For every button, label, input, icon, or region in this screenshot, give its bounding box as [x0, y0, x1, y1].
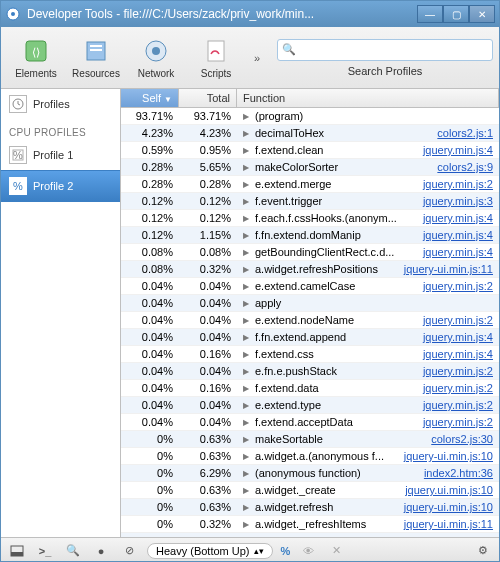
sidebar-profiles[interactable]: Profiles	[1, 89, 120, 119]
source-link[interactable]: jquery.min.js:2	[423, 382, 493, 394]
tab-network[interactable]: Network	[127, 31, 185, 85]
expand-triangle-icon[interactable]: ▶	[243, 146, 251, 155]
col-self[interactable]: Self▼	[121, 89, 179, 107]
expand-triangle-icon[interactable]: ▶	[243, 401, 251, 410]
table-row[interactable]: 0.59%0.95%▶f.extend.cleanjquery.min.js:4	[121, 142, 499, 159]
table-row[interactable]: 0.04%0.04%▶e.extend.nodeNamejquery.min.j…	[121, 312, 499, 329]
table-row[interactable]: 0.04%0.16%▶f.extend.cssjquery.min.js:4	[121, 346, 499, 363]
expand-triangle-icon[interactable]: ▶	[243, 418, 251, 427]
table-row[interactable]: 0%0.63%▶makeSortablecolors2.js:30	[121, 431, 499, 448]
expand-triangle-icon[interactable]: ▶	[243, 282, 251, 291]
close-button[interactable]: ✕	[469, 5, 495, 23]
expand-triangle-icon[interactable]: ▶	[243, 316, 251, 325]
source-link[interactable]: jquery.min.js:4	[423, 246, 493, 258]
table-row[interactable]: 93.71%93.71%▶(program)	[121, 108, 499, 125]
source-link[interactable]: jquery.min.js:2	[423, 535, 493, 537]
expand-triangle-icon[interactable]: ▶	[243, 435, 251, 444]
table-row[interactable]: 0.04%0.04%▶e.fn.e.pushStackjquery.min.js…	[121, 363, 499, 380]
expand-triangle-icon[interactable]: ▶	[243, 350, 251, 359]
table-row[interactable]: 0.04%0.04%▶e.extend.camelCasejquery.min.…	[121, 278, 499, 295]
table-row[interactable]: 0.12%0.12%▶f.each.f.cssHooks.(anonym...j…	[121, 210, 499, 227]
dock-button[interactable]	[7, 542, 27, 560]
source-link[interactable]: jquery-ui.min.js:11	[404, 518, 493, 530]
sidebar-item-profile2[interactable]: % Profile 2	[1, 170, 120, 202]
expand-triangle-icon[interactable]: ▶	[243, 367, 251, 376]
source-link[interactable]: colors2.js:30	[431, 433, 493, 445]
view-mode-select[interactable]: Heavy (Bottom Up) ▴▾	[147, 543, 273, 559]
source-link[interactable]: jquery.min.js:2	[423, 416, 493, 428]
search-box[interactable]: 🔍	[277, 39, 493, 61]
expand-triangle-icon[interactable]: ▶	[243, 333, 251, 342]
table-row[interactable]: 0.28%5.65%▶makeColorSortercolors2.js:9	[121, 159, 499, 176]
expand-triangle-icon[interactable]: ▶	[243, 197, 251, 206]
source-link[interactable]: jquery-ui.min.js:11	[404, 263, 493, 275]
expand-triangle-icon[interactable]: ▶	[243, 163, 251, 172]
table-row[interactable]: 0.12%1.15%▶f.fn.extend.domManipjquery.mi…	[121, 227, 499, 244]
source-link[interactable]: jquery.min.js:2	[423, 178, 493, 190]
table-row[interactable]: 0%0.63%▶a.widget.a.(anonymous f...jquery…	[121, 448, 499, 465]
expand-triangle-icon[interactable]: ▶	[243, 486, 251, 495]
expand-triangle-icon[interactable]: ▶	[243, 129, 251, 138]
table-row[interactable]: 0.08%0.08%▶getBoundingClientRect.c.d...j…	[121, 244, 499, 261]
table-row[interactable]: 0%0.32%▶a.widget._refreshItemsjquery-ui.…	[121, 516, 499, 533]
table-row[interactable]: 0.08%0.32%▶a.widget.refreshPositionsjque…	[121, 261, 499, 278]
source-link[interactable]: jquery-ui.min.js:10	[404, 450, 493, 462]
source-link[interactable]: jquery.min.js:2	[423, 365, 493, 377]
source-link[interactable]: jquery.min.js:2	[423, 399, 493, 411]
expand-triangle-icon[interactable]: ▶	[243, 537, 251, 538]
expand-triangle-icon[interactable]: ▶	[243, 384, 251, 393]
source-link[interactable]: jquery.min.js:4	[423, 348, 493, 360]
source-link[interactable]: jquery.min.js:4	[423, 144, 493, 156]
tab-resources[interactable]: Resources	[67, 31, 125, 85]
table-row[interactable]: 0%0.63%▶a.widget.refreshjquery-ui.min.js…	[121, 499, 499, 516]
table-row[interactable]: 0.04%0.16%▶f.extend.datajquery.min.js:2	[121, 380, 499, 397]
expand-triangle-icon[interactable]: ▶	[243, 503, 251, 512]
source-link[interactable]: index2.htm:36	[424, 467, 493, 479]
table-row[interactable]: 0%0.63%▶a.widget._createjquery.ui.min.js…	[121, 482, 499, 499]
table-row[interactable]: 0%6.29%▶(anonymous function)index2.htm:3…	[121, 465, 499, 482]
table-row[interactable]: 0.04%0.04%▶apply	[121, 295, 499, 312]
expand-triangle-icon[interactable]: ▶	[243, 469, 251, 478]
source-link[interactable]: jquery.min.js:3	[423, 195, 493, 207]
source-link[interactable]: jquery-ui.min.js:10	[404, 501, 493, 513]
maximize-button[interactable]: ▢	[443, 5, 469, 23]
expand-triangle-icon[interactable]: ▶	[243, 214, 251, 223]
close-x-button[interactable]: ✕	[326, 542, 346, 560]
table-row[interactable]: 0.04%0.04%▶f.fn.extend.appendjquery.min.…	[121, 329, 499, 346]
source-link[interactable]: jquery.min.js:2	[423, 314, 493, 326]
expand-triangle-icon[interactable]: ▶	[243, 231, 251, 240]
source-link[interactable]: jquery.min.js:4	[423, 229, 493, 241]
record-button[interactable]: ●	[91, 542, 111, 560]
table-row[interactable]: 0.04%0.04%▶e.extend.typejquery.min.js:2	[121, 397, 499, 414]
search-button[interactable]: 🔍	[63, 542, 83, 560]
col-total[interactable]: Total	[179, 89, 237, 107]
tab-elements[interactable]: ⟨⟩ Elements	[7, 31, 65, 85]
source-link[interactable]: colors2.js:9	[437, 161, 493, 173]
source-link[interactable]: jquery.min.js:4	[423, 331, 493, 343]
source-link[interactable]: colors2.js:1	[437, 127, 493, 139]
source-link[interactable]: jquery.min.js:4	[423, 212, 493, 224]
expand-triangle-icon[interactable]: ▶	[243, 180, 251, 189]
eye-button[interactable]: 👁	[298, 542, 318, 560]
clear-button[interactable]: ⊘	[119, 542, 139, 560]
expand-triangle-icon[interactable]: ▶	[243, 520, 251, 529]
gear-button[interactable]: ⚙	[473, 542, 493, 560]
sidebar-item-profile1[interactable]: % Profile 1	[1, 140, 120, 170]
col-function[interactable]: Function	[237, 89, 499, 107]
percent-toggle[interactable]: %	[281, 545, 291, 557]
expand-triangle-icon[interactable]: ▶	[243, 452, 251, 461]
expand-triangle-icon[interactable]: ▶	[243, 299, 251, 308]
table-row[interactable]: 0.12%0.12%▶f.event.triggerjquery.min.js:…	[121, 193, 499, 210]
minimize-button[interactable]: —	[417, 5, 443, 23]
table-row[interactable]: 0.04%0.04%▶f.extend.acceptDatajquery.min…	[121, 414, 499, 431]
source-link[interactable]: jquery.min.js:2	[423, 280, 493, 292]
expand-triangle-icon[interactable]: ▶	[243, 248, 251, 257]
expand-triangle-icon[interactable]: ▶	[243, 112, 251, 121]
table-row[interactable]: 4.23%4.23%▶decimalToHexcolors2.js:1	[121, 125, 499, 142]
console-button[interactable]: >_	[35, 542, 55, 560]
table-row[interactable]: 0%0.63%▶e.fn.e.eachjquery.min.js:2	[121, 533, 499, 537]
search-input[interactable]	[300, 44, 488, 56]
toolbar-overflow[interactable]: »	[247, 52, 267, 64]
expand-triangle-icon[interactable]: ▶	[243, 265, 251, 274]
tab-scripts[interactable]: Scripts	[187, 31, 245, 85]
